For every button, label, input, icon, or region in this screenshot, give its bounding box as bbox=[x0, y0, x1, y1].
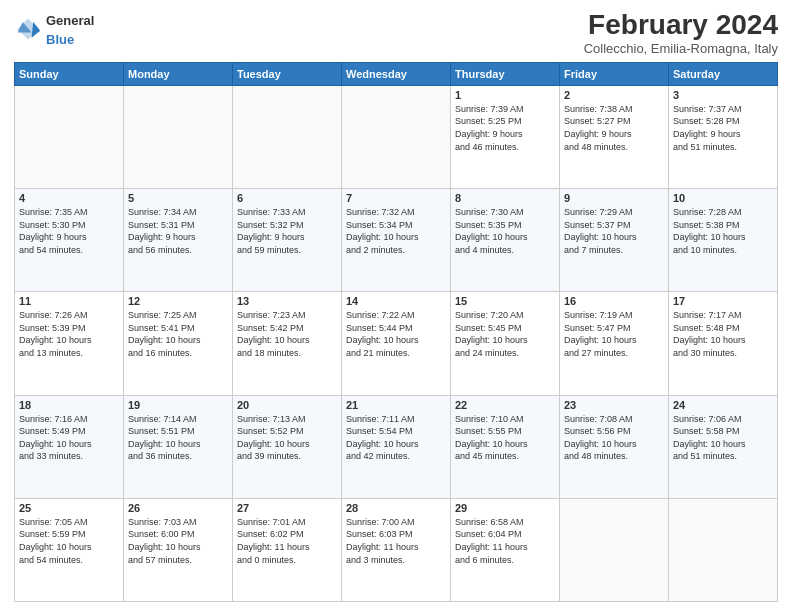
day-info-w4-d1: Sunrise: 7:03 AM Sunset: 6:00 PM Dayligh… bbox=[128, 516, 228, 566]
day-info-w0-d4: Sunrise: 7:39 AM Sunset: 5:25 PM Dayligh… bbox=[455, 103, 555, 153]
calendar-cell-w0-d6: 3Sunrise: 7:37 AM Sunset: 5:28 PM Daylig… bbox=[669, 85, 778, 188]
day-number-w0-d4: 1 bbox=[455, 89, 555, 101]
day-number-w2-d1: 12 bbox=[128, 295, 228, 307]
day-number-w4-d0: 25 bbox=[19, 502, 119, 514]
day-number-w3-d5: 23 bbox=[564, 399, 664, 411]
day-info-w1-d5: Sunrise: 7:29 AM Sunset: 5:37 PM Dayligh… bbox=[564, 206, 664, 256]
day-info-w3-d6: Sunrise: 7:06 AM Sunset: 5:58 PM Dayligh… bbox=[673, 413, 773, 463]
calendar-cell-w3-d1: 19Sunrise: 7:14 AM Sunset: 5:51 PM Dayli… bbox=[124, 395, 233, 498]
calendar-cell-w4-d1: 26Sunrise: 7:03 AM Sunset: 6:00 PM Dayli… bbox=[124, 498, 233, 601]
day-info-w3-d2: Sunrise: 7:13 AM Sunset: 5:52 PM Dayligh… bbox=[237, 413, 337, 463]
day-number-w3-d3: 21 bbox=[346, 399, 446, 411]
header-friday: Friday bbox=[560, 62, 669, 85]
calendar-cell-w1-d4: 8Sunrise: 7:30 AM Sunset: 5:35 PM Daylig… bbox=[451, 189, 560, 292]
calendar-cell-w4-d4: 29Sunrise: 6:58 AM Sunset: 6:04 PM Dayli… bbox=[451, 498, 560, 601]
calendar-cell-w0-d4: 1Sunrise: 7:39 AM Sunset: 5:25 PM Daylig… bbox=[451, 85, 560, 188]
calendar-cell-w2-d2: 13Sunrise: 7:23 AM Sunset: 5:42 PM Dayli… bbox=[233, 292, 342, 395]
header-sunday: Sunday bbox=[15, 62, 124, 85]
day-number-w2-d4: 15 bbox=[455, 295, 555, 307]
day-info-w1-d1: Sunrise: 7:34 AM Sunset: 5:31 PM Dayligh… bbox=[128, 206, 228, 256]
calendar-cell-w3-d0: 18Sunrise: 7:16 AM Sunset: 5:49 PM Dayli… bbox=[15, 395, 124, 498]
header-tuesday: Tuesday bbox=[233, 62, 342, 85]
day-info-w1-d6: Sunrise: 7:28 AM Sunset: 5:38 PM Dayligh… bbox=[673, 206, 773, 256]
calendar-cell-w3-d5: 23Sunrise: 7:08 AM Sunset: 5:56 PM Dayli… bbox=[560, 395, 669, 498]
day-number-w1-d1: 5 bbox=[128, 192, 228, 204]
calendar-cell-w4-d5 bbox=[560, 498, 669, 601]
day-info-w2-d0: Sunrise: 7:26 AM Sunset: 5:39 PM Dayligh… bbox=[19, 309, 119, 359]
calendar-table: Sunday Monday Tuesday Wednesday Thursday… bbox=[14, 62, 778, 602]
day-number-w4-d2: 27 bbox=[237, 502, 337, 514]
logo-icon bbox=[14, 15, 42, 43]
day-info-w2-d5: Sunrise: 7:19 AM Sunset: 5:47 PM Dayligh… bbox=[564, 309, 664, 359]
calendar-cell-w2-d5: 16Sunrise: 7:19 AM Sunset: 5:47 PM Dayli… bbox=[560, 292, 669, 395]
day-number-w3-d4: 22 bbox=[455, 399, 555, 411]
calendar-cell-w0-d1 bbox=[124, 85, 233, 188]
day-info-w3-d0: Sunrise: 7:16 AM Sunset: 5:49 PM Dayligh… bbox=[19, 413, 119, 463]
week-row-0: 1Sunrise: 7:39 AM Sunset: 5:25 PM Daylig… bbox=[15, 85, 778, 188]
calendar-cell-w2-d3: 14Sunrise: 7:22 AM Sunset: 5:44 PM Dayli… bbox=[342, 292, 451, 395]
day-info-w1-d4: Sunrise: 7:30 AM Sunset: 5:35 PM Dayligh… bbox=[455, 206, 555, 256]
week-row-4: 25Sunrise: 7:05 AM Sunset: 5:59 PM Dayli… bbox=[15, 498, 778, 601]
week-row-3: 18Sunrise: 7:16 AM Sunset: 5:49 PM Dayli… bbox=[15, 395, 778, 498]
day-number-w0-d6: 3 bbox=[673, 89, 773, 101]
calendar-cell-w4-d0: 25Sunrise: 7:05 AM Sunset: 5:59 PM Dayli… bbox=[15, 498, 124, 601]
day-number-w3-d2: 20 bbox=[237, 399, 337, 411]
day-number-w1-d5: 9 bbox=[564, 192, 664, 204]
day-info-w4-d0: Sunrise: 7:05 AM Sunset: 5:59 PM Dayligh… bbox=[19, 516, 119, 566]
day-info-w3-d4: Sunrise: 7:10 AM Sunset: 5:55 PM Dayligh… bbox=[455, 413, 555, 463]
calendar-cell-w1-d3: 7Sunrise: 7:32 AM Sunset: 5:34 PM Daylig… bbox=[342, 189, 451, 292]
day-number-w4-d4: 29 bbox=[455, 502, 555, 514]
week-row-1: 4Sunrise: 7:35 AM Sunset: 5:30 PM Daylig… bbox=[15, 189, 778, 292]
day-info-w2-d2: Sunrise: 7:23 AM Sunset: 5:42 PM Dayligh… bbox=[237, 309, 337, 359]
day-number-w1-d2: 6 bbox=[237, 192, 337, 204]
calendar-cell-w1-d2: 6Sunrise: 7:33 AM Sunset: 5:32 PM Daylig… bbox=[233, 189, 342, 292]
logo-text-general: General bbox=[46, 13, 94, 28]
day-info-w3-d1: Sunrise: 7:14 AM Sunset: 5:51 PM Dayligh… bbox=[128, 413, 228, 463]
day-number-w4-d1: 26 bbox=[128, 502, 228, 514]
day-info-w3-d5: Sunrise: 7:08 AM Sunset: 5:56 PM Dayligh… bbox=[564, 413, 664, 463]
day-number-w1-d4: 8 bbox=[455, 192, 555, 204]
calendar-cell-w1-d0: 4Sunrise: 7:35 AM Sunset: 5:30 PM Daylig… bbox=[15, 189, 124, 292]
day-number-w2-d3: 14 bbox=[346, 295, 446, 307]
day-info-w0-d6: Sunrise: 7:37 AM Sunset: 5:28 PM Dayligh… bbox=[673, 103, 773, 153]
calendar-cell-w0-d0 bbox=[15, 85, 124, 188]
main-title: February 2024 bbox=[584, 10, 778, 41]
day-info-w2-d6: Sunrise: 7:17 AM Sunset: 5:48 PM Dayligh… bbox=[673, 309, 773, 359]
day-number-w1-d0: 4 bbox=[19, 192, 119, 204]
calendar-cell-w1-d1: 5Sunrise: 7:34 AM Sunset: 5:31 PM Daylig… bbox=[124, 189, 233, 292]
header-monday: Monday bbox=[124, 62, 233, 85]
weekday-header-row: Sunday Monday Tuesday Wednesday Thursday… bbox=[15, 62, 778, 85]
calendar-cell-w1-d6: 10Sunrise: 7:28 AM Sunset: 5:38 PM Dayli… bbox=[669, 189, 778, 292]
day-info-w1-d3: Sunrise: 7:32 AM Sunset: 5:34 PM Dayligh… bbox=[346, 206, 446, 256]
calendar-cell-w4-d3: 28Sunrise: 7:00 AM Sunset: 6:03 PM Dayli… bbox=[342, 498, 451, 601]
calendar-cell-w4-d2: 27Sunrise: 7:01 AM Sunset: 6:02 PM Dayli… bbox=[233, 498, 342, 601]
header-wednesday: Wednesday bbox=[342, 62, 451, 85]
day-number-w2-d5: 16 bbox=[564, 295, 664, 307]
week-row-2: 11Sunrise: 7:26 AM Sunset: 5:39 PM Dayli… bbox=[15, 292, 778, 395]
calendar-cell-w3-d4: 22Sunrise: 7:10 AM Sunset: 5:55 PM Dayli… bbox=[451, 395, 560, 498]
header-saturday: Saturday bbox=[669, 62, 778, 85]
calendar-cell-w2-d1: 12Sunrise: 7:25 AM Sunset: 5:41 PM Dayli… bbox=[124, 292, 233, 395]
day-info-w4-d2: Sunrise: 7:01 AM Sunset: 6:02 PM Dayligh… bbox=[237, 516, 337, 566]
header: General Blue February 2024 Collecchio, E… bbox=[14, 10, 778, 56]
subtitle: Collecchio, Emilia-Romagna, Italy bbox=[584, 41, 778, 56]
calendar-cell-w0-d2 bbox=[233, 85, 342, 188]
day-info-w2-d3: Sunrise: 7:22 AM Sunset: 5:44 PM Dayligh… bbox=[346, 309, 446, 359]
day-number-w3-d1: 19 bbox=[128, 399, 228, 411]
calendar-cell-w0-d3 bbox=[342, 85, 451, 188]
page: General Blue February 2024 Collecchio, E… bbox=[0, 0, 792, 612]
calendar-cell-w3-d3: 21Sunrise: 7:11 AM Sunset: 5:54 PM Dayli… bbox=[342, 395, 451, 498]
day-info-w4-d3: Sunrise: 7:00 AM Sunset: 6:03 PM Dayligh… bbox=[346, 516, 446, 566]
day-info-w3-d3: Sunrise: 7:11 AM Sunset: 5:54 PM Dayligh… bbox=[346, 413, 446, 463]
day-number-w2-d6: 17 bbox=[673, 295, 773, 307]
day-info-w1-d0: Sunrise: 7:35 AM Sunset: 5:30 PM Dayligh… bbox=[19, 206, 119, 256]
day-number-w3-d0: 18 bbox=[19, 399, 119, 411]
calendar-cell-w4-d6 bbox=[669, 498, 778, 601]
calendar-cell-w0-d5: 2Sunrise: 7:38 AM Sunset: 5:27 PM Daylig… bbox=[560, 85, 669, 188]
day-number-w4-d3: 28 bbox=[346, 502, 446, 514]
day-info-w1-d2: Sunrise: 7:33 AM Sunset: 5:32 PM Dayligh… bbox=[237, 206, 337, 256]
calendar-cell-w3-d6: 24Sunrise: 7:06 AM Sunset: 5:58 PM Dayli… bbox=[669, 395, 778, 498]
day-info-w2-d4: Sunrise: 7:20 AM Sunset: 5:45 PM Dayligh… bbox=[455, 309, 555, 359]
day-info-w2-d1: Sunrise: 7:25 AM Sunset: 5:41 PM Dayligh… bbox=[128, 309, 228, 359]
day-info-w4-d4: Sunrise: 6:58 AM Sunset: 6:04 PM Dayligh… bbox=[455, 516, 555, 566]
